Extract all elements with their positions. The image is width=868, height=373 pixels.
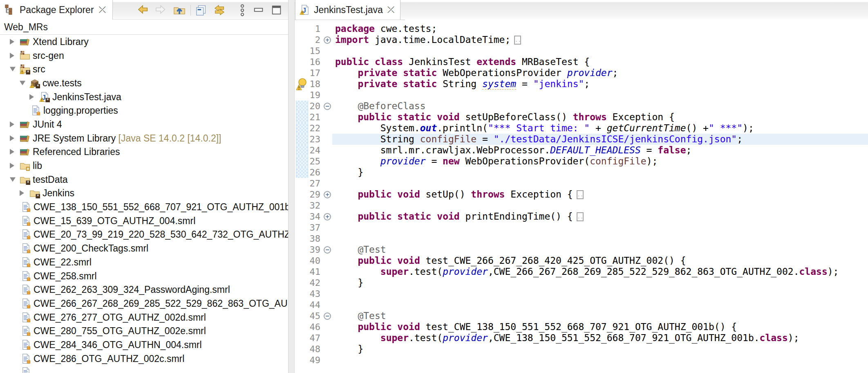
tree-item-logging-properties[interactable]: logging.properties <box>0 103 288 117</box>
tree-item-cwe-20-73-99-219-220-528-530-642-732-otg[interactable]: CWE_20_73_99_219_220_528_530_642_732_OTG… <box>0 228 288 242</box>
annotation-ruler[interactable] <box>295 134 309 145</box>
tree-item-cwe-284-346-otg-authn-004-smrl[interactable]: CWE_284_346_OTG_AUTHN_004.smrl <box>0 338 288 352</box>
annotation-ruler[interactable] <box>295 321 309 333</box>
annotation-ruler[interactable] <box>295 233 309 244</box>
code-text[interactable]: provider = new WebOperationsProvider(con… <box>332 156 868 167</box>
tree-item-junit-4[interactable]: JUnit 4 <box>0 117 288 131</box>
code-text[interactable]: package cwe.tests; <box>332 23 868 34</box>
maximize-button[interactable] <box>270 3 284 17</box>
annotation-ruler[interactable] <box>295 67 309 79</box>
close-icon[interactable]: ⤫ <box>98 5 107 14</box>
up-button[interactable] <box>172 3 186 17</box>
tree-item-cwe-258-smrl[interactable]: CWE_258.smrl <box>0 269 288 283</box>
fold-ruler[interactable]: − <box>322 101 332 112</box>
code-text[interactable]: super.test(provider,CWE_266_267_268_269_… <box>332 266 868 277</box>
annotation-ruler[interactable] <box>295 23 309 34</box>
code-text[interactable]: @Test <box>332 244 868 255</box>
fold-ruler[interactable] <box>322 134 332 145</box>
code-text-current-line[interactable]: String configFile = "./testData/JenkinsI… <box>332 134 868 145</box>
annotation-ruler[interactable] <box>295 101 309 112</box>
code-text[interactable]: @BeforeClass <box>332 101 868 112</box>
tree-item-cwe-286-otg-authz-002c-smrl[interactable]: CWE_286_OTG_AUTHZ_002c.smrl <box>0 352 288 366</box>
back-button[interactable] <box>136 3 150 17</box>
annotation-ruler[interactable] <box>295 156 309 167</box>
fold-ruler[interactable] <box>322 178 332 189</box>
expand-arrow-icon[interactable] <box>10 163 14 169</box>
fold-ruler[interactable]: + <box>322 34 332 45</box>
tree-item-referenced-libraries[interactable]: Referenced Libraries <box>0 145 288 159</box>
fold-ruler[interactable]: + <box>322 189 332 200</box>
fold-ruler[interactable] <box>322 288 332 299</box>
fold-ruler[interactable] <box>322 123 332 134</box>
tree-item-jenkins[interactable]: *Jenkins <box>0 186 288 200</box>
annotation-ruler[interactable] <box>295 244 309 255</box>
fold-ruler[interactable] <box>322 167 332 178</box>
tree-item-cwe-262-263-309-324-passwordaging-smrl[interactable]: CWE_262_263_309_324_PasswordAging.smrl <box>0 283 288 297</box>
expand-arrow-icon[interactable] <box>10 39 14 45</box>
bulb-warning-icon[interactable] <box>295 78 309 91</box>
annotation-ruler[interactable] <box>295 189 309 200</box>
annotation-ruler[interactable] <box>295 167 309 178</box>
tree-item-cwe-138-150-551-552-668-707-921-otg-auth[interactable]: CWE_138_150_551_552_668_707_921_OTG_AUTH… <box>0 200 288 214</box>
collapse-arrow-icon[interactable] <box>20 81 25 85</box>
fold-ruler[interactable] <box>322 355 332 366</box>
code-text[interactable]: } <box>332 167 868 178</box>
fold-ruler[interactable] <box>322 222 332 233</box>
code-area[interactable]: 1package cwe.tests;2+import java.time.Lo… <box>295 23 868 366</box>
tree-item-testdata[interactable]: *testData <box>0 173 288 186</box>
annotation-ruler[interactable] <box>295 333 309 344</box>
code-text[interactable]: } <box>332 344 868 355</box>
tree-item-src-gen[interactable]: src-gen <box>0 49 288 63</box>
code-text[interactable]: private static WebOperationsProvider pro… <box>332 67 868 79</box>
fold-ruler[interactable] <box>322 156 332 167</box>
expand-arrow-icon[interactable] <box>10 121 14 127</box>
annotation-ruler[interactable] <box>295 222 309 233</box>
tree-item-lib[interactable]: lib <box>0 159 288 173</box>
folded-region-box-icon[interactable]: .. <box>577 212 584 221</box>
fold-ruler[interactable] <box>322 200 332 211</box>
annotation-ruler[interactable] <box>295 56 309 67</box>
annotation-ruler[interactable] <box>295 310 309 321</box>
folded-region-box-icon[interactable]: .. <box>514 36 521 45</box>
fold-ruler[interactable]: − <box>322 310 332 321</box>
code-text[interactable] <box>332 45 868 56</box>
fold-ruler[interactable] <box>322 67 332 79</box>
annotation-ruler[interactable] <box>295 255 309 266</box>
annotation-ruler[interactable] <box>295 200 309 211</box>
code-text[interactable]: public class JenkinsTest extends MRBaseT… <box>332 56 868 67</box>
fold-expand-icon[interactable]: + <box>324 213 331 220</box>
code-text[interactable]: public static void setUpBeforeClass() th… <box>332 112 868 123</box>
code-text[interactable]: import java.time.LocalDateTime;.. <box>332 34 868 45</box>
annotation-ruler[interactable] <box>295 277 309 288</box>
annotation-ruler[interactable] <box>295 288 309 299</box>
tree-item-cwe-266-267-268-269-285-522-529-862-863-[interactable]: CWE_266_267_268_269_285_522_529_862_863_… <box>0 297 288 310</box>
annotation-ruler[interactable] <box>295 145 309 156</box>
tab-jenkinstest-java[interactable]: J JenkinsTest.java ⤫ <box>295 0 400 20</box>
fold-ruler[interactable] <box>322 299 332 310</box>
fold-ruler[interactable] <box>322 333 332 344</box>
close-icon[interactable]: ⤫ <box>387 5 396 14</box>
fold-ruler[interactable] <box>322 145 332 156</box>
fold-ruler[interactable] <box>322 112 332 123</box>
expand-arrow-icon[interactable] <box>10 149 14 155</box>
code-text[interactable] <box>332 355 868 366</box>
code-text[interactable] <box>332 233 868 244</box>
fold-collapse-icon[interactable]: − <box>324 103 331 110</box>
fold-ruler[interactable] <box>322 45 332 56</box>
view-menu-button[interactable] <box>235 3 249 17</box>
tree-item-xtend-library[interactable]: Xtend Library <box>0 35 288 49</box>
minimize-button[interactable] <box>252 3 266 17</box>
collapse-arrow-icon[interactable] <box>10 67 16 72</box>
code-text[interactable]: @Test <box>332 310 868 321</box>
annotation-ruler[interactable] <box>295 45 309 56</box>
tree-item-cwe-280-755-otg-authz-002e-smrl[interactable]: CWE_280_755_OTG_AUTHZ_002e.smrl <box>0 324 288 338</box>
tree-item-jenkinstest-java[interactable]: J*JenkinsTest.java <box>0 90 288 104</box>
code-text[interactable] <box>332 178 868 189</box>
annotation-ruler[interactable] <box>295 178 309 189</box>
code-text[interactable] <box>332 200 868 211</box>
annotation-ruler[interactable] <box>295 355 309 366</box>
fold-ruler[interactable] <box>322 255 332 266</box>
collapse-arrow-icon[interactable] <box>10 177 16 182</box>
panel-sash[interactable] <box>288 0 295 373</box>
fold-ruler[interactable] <box>322 56 332 67</box>
